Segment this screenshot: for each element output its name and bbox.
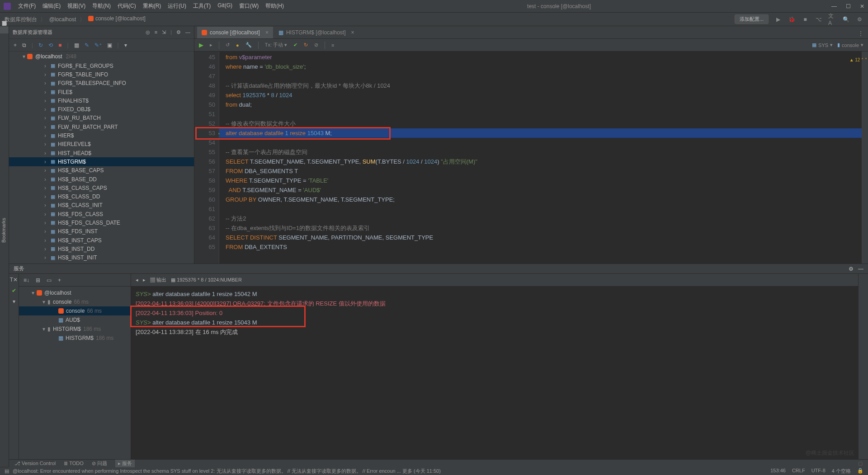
add-config-button[interactable]: 添加配置... bbox=[735, 14, 769, 24]
menu-item[interactable]: 帮助(H) bbox=[263, 1, 287, 11]
console-output[interactable]: SYS> alter database datafile 1 resize 15… bbox=[131, 287, 858, 459]
menu-item[interactable]: 运行(U) bbox=[165, 1, 189, 11]
debug-icon[interactable]: 🐞 bbox=[788, 15, 796, 24]
tab-console[interactable]: console [@localhost] × bbox=[197, 27, 273, 38]
target-icon[interactable]: ◎ bbox=[146, 29, 150, 35]
menu-item[interactable]: 视图(V) bbox=[65, 1, 88, 11]
execute-icon[interactable]: ▶ bbox=[199, 42, 203, 48]
hide-icon[interactable]: — bbox=[858, 266, 863, 272]
add-icon[interactable]: + bbox=[58, 277, 61, 283]
output-label[interactable]: ▦ 输出 bbox=[150, 277, 166, 283]
jump-edit-icon[interactable]: ✎⁺ bbox=[94, 42, 102, 48]
service-tree-row[interactable]: console66 ms bbox=[19, 306, 131, 315]
status-encoding[interactable]: UTF-8 bbox=[811, 468, 826, 475]
table-row[interactable]: ›▦FIXED_OBJ$ bbox=[9, 105, 194, 113]
table-row[interactable]: ›▦HS$_FDS_CLASS_DATE bbox=[9, 218, 194, 227]
service-tree-row[interactable]: ▾▮console66 ms bbox=[19, 297, 131, 306]
refresh-icon[interactable]: ↻ bbox=[38, 42, 43, 48]
search-icon[interactable]: 🔍 bbox=[842, 15, 850, 24]
table-row[interactable]: ›▦HS$_CLASS_DD bbox=[9, 192, 194, 201]
bookmarks-tab[interactable]: Bookmarks bbox=[0, 214, 7, 246]
service-tree-row[interactable]: ▾▮HISTGRM$186 ms bbox=[19, 325, 131, 334]
table-row[interactable]: ›▦FGR$_TABLE_INFO bbox=[9, 70, 194, 79]
execute-plan-icon[interactable]: ▸ bbox=[210, 42, 212, 48]
session-selector[interactable]: ▮ console ▾ bbox=[837, 42, 863, 48]
service-tree-row[interactable]: ▾@localhost bbox=[19, 288, 131, 297]
run-icon[interactable]: ▶ bbox=[774, 15, 782, 24]
table-row[interactable]: ›▦HIST_HEAD$ bbox=[9, 149, 194, 157]
code-lines[interactable]: from v$parameterwhere name = 'db_block_s… bbox=[219, 52, 862, 263]
table-row[interactable]: ›▦FLW_RU_BATCH_PART bbox=[9, 122, 194, 131]
chevron-down-icon[interactable]: ▾ bbox=[13, 298, 15, 305]
services-tool[interactable]: ▸ 服务 bbox=[115, 460, 135, 467]
table-row[interactable]: ›▦HS$_CLASS_CAPS bbox=[9, 183, 194, 192]
minimize-icon[interactable]: — bbox=[831, 3, 837, 9]
explain-icon[interactable]: ● bbox=[236, 42, 239, 48]
crumb-2[interactable]: console [@localhost] bbox=[95, 15, 146, 22]
menu-item[interactable]: 编辑(E) bbox=[40, 1, 63, 11]
table-row[interactable]: ›▦HS$_FDS_INST bbox=[9, 227, 194, 236]
services-tree[interactable]: ▾@localhost▾▮console66 msconsole66 ms▦AU… bbox=[19, 287, 131, 459]
problems-tool[interactable]: ⊘ 问题 bbox=[92, 460, 107, 467]
flat-icon[interactable]: ▭ bbox=[47, 277, 52, 283]
maximize-icon[interactable]: ☐ bbox=[846, 3, 851, 9]
commit-icon[interactable]: ✔ bbox=[293, 42, 297, 48]
layout-icon[interactable]: ≡ bbox=[331, 42, 334, 48]
status-line-sep[interactable]: CRLF bbox=[792, 468, 805, 475]
rollback-icon[interactable]: ↻ bbox=[304, 42, 308, 48]
vcs-tool[interactable]: ⎇ Version Control bbox=[14, 461, 56, 466]
table-row[interactable]: ›▦HS$_INST_INIT bbox=[9, 254, 194, 262]
copy-ds-icon[interactable]: ⧉ bbox=[22, 42, 26, 48]
table-row[interactable]: ›▦HS$_FDS_CLASS bbox=[9, 210, 194, 218]
diagram-icon[interactable]: ▣ bbox=[107, 42, 112, 48]
stop-icon[interactable]: ■ bbox=[801, 15, 809, 24]
cancel-icon[interactable]: ⊘ bbox=[314, 42, 318, 48]
filter-icon[interactable]: ≡↓ bbox=[24, 277, 29, 283]
tab-histgrm[interactable]: ▦ HISTGRM$ [@localhost] × bbox=[274, 27, 359, 38]
table-row[interactable]: ›▦HISTGRM$ bbox=[9, 157, 194, 166]
db-tree[interactable]: ›▦FGR$_FILE_GROUPS›▦FGR$_TABLE_INFO›▦FGR… bbox=[9, 61, 194, 263]
menu-item[interactable]: Git(G) bbox=[215, 1, 235, 11]
wrench-icon[interactable]: 🔧 bbox=[245, 42, 252, 48]
table-row[interactable]: ›▦FINALHIST$ bbox=[9, 96, 194, 105]
status-hamburger-icon[interactable]: ▤ bbox=[5, 468, 9, 474]
table-row[interactable]: ›▦FGR$_TABLESPACE_INFO bbox=[9, 79, 194, 88]
menu-item[interactable]: 代码(C) bbox=[115, 1, 139, 11]
menu-item[interactable]: 窗口(W) bbox=[236, 1, 261, 11]
close-tab-icon[interactable]: × bbox=[265, 29, 269, 36]
menu-item[interactable]: 工具(T) bbox=[190, 1, 213, 11]
todo-tool[interactable]: ≣ TODO bbox=[64, 461, 83, 466]
menu-item[interactable]: 重构(R) bbox=[140, 1, 164, 11]
status-indent[interactable]: 4 个空格 bbox=[832, 468, 851, 475]
back-icon[interactable]: ◂ bbox=[136, 277, 138, 283]
service-tree-row[interactable]: ▦AUD$ bbox=[19, 315, 131, 325]
table-row[interactable]: ›▦HS$_INST_DD bbox=[9, 245, 194, 253]
code-minimap[interactable]: ▲ 12 ˄ ˅ bbox=[862, 52, 868, 263]
expand-icon[interactable]: ⇲ bbox=[162, 29, 166, 35]
settings-icon[interactable]: ⚙ bbox=[176, 29, 181, 35]
tx-icon[interactable]: T✕ bbox=[10, 277, 18, 283]
translate-icon[interactable]: 文A bbox=[828, 15, 836, 24]
table-row[interactable]: ›▦HIERLEVEL$ bbox=[9, 140, 194, 149]
table-row[interactable]: ›▦HS$_CLASS_INIT bbox=[9, 201, 194, 210]
close-tab-icon[interactable]: × bbox=[351, 29, 354, 36]
table-row[interactable]: ›▦FILE$ bbox=[9, 88, 194, 96]
history-icon[interactable]: ↺ bbox=[226, 42, 230, 48]
sync-icon[interactable]: ⟲ bbox=[48, 42, 53, 48]
table-row[interactable]: ›▦FLW_RU_BATCH bbox=[9, 114, 194, 122]
status-lock-icon[interactable]: 🔒 bbox=[857, 468, 863, 475]
ok-icon[interactable]: ✔ bbox=[12, 287, 16, 294]
stop-icon[interactable]: ■ bbox=[58, 42, 61, 48]
schema-selector[interactable]: ▦ SYS ▾ bbox=[812, 42, 833, 48]
status-cursor-pos[interactable]: 153:46 bbox=[770, 468, 786, 475]
tx-mode[interactable]: Tx: 手动 ▾ bbox=[265, 42, 287, 48]
table-row[interactable]: ›▦HS$_BASE_CAPS bbox=[9, 166, 194, 175]
menu-item[interactable]: 文件(F) bbox=[15, 1, 38, 11]
filter-icon[interactable]: ▾ bbox=[124, 42, 127, 48]
service-tree-row[interactable]: ▦HISTGRM$186 ms bbox=[19, 334, 131, 343]
crumb-1[interactable]: @localhost bbox=[49, 16, 76, 23]
table-row[interactable]: ›▦HIER$ bbox=[9, 131, 194, 140]
table-row[interactable]: ›▦HS$_INST_CAPS bbox=[9, 236, 194, 245]
code-editor[interactable]: 4546474849505152535455565758596061626364… bbox=[194, 52, 868, 263]
table-row[interactable]: ›▦HS$_BASE_DD bbox=[9, 175, 194, 183]
